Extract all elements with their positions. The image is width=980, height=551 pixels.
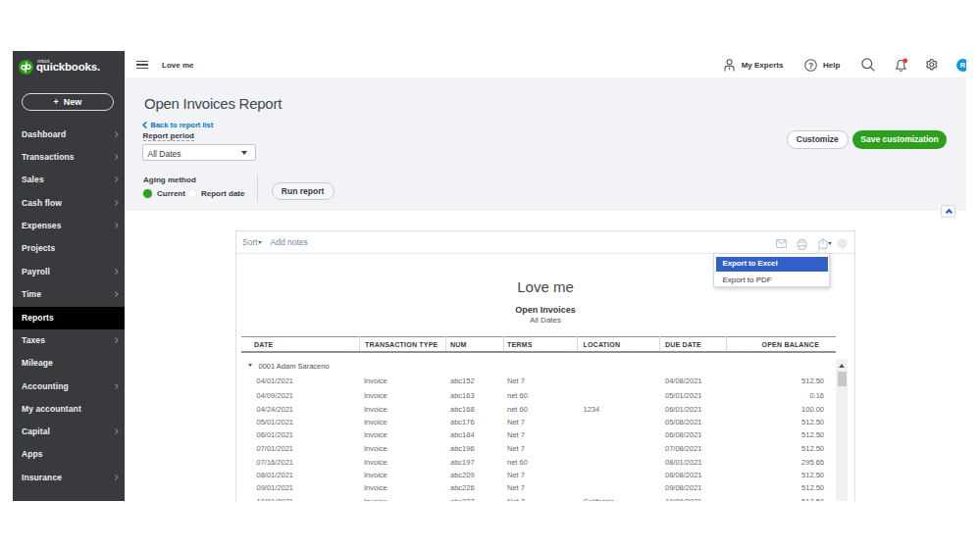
svg-text:?: ?: [808, 60, 813, 70]
